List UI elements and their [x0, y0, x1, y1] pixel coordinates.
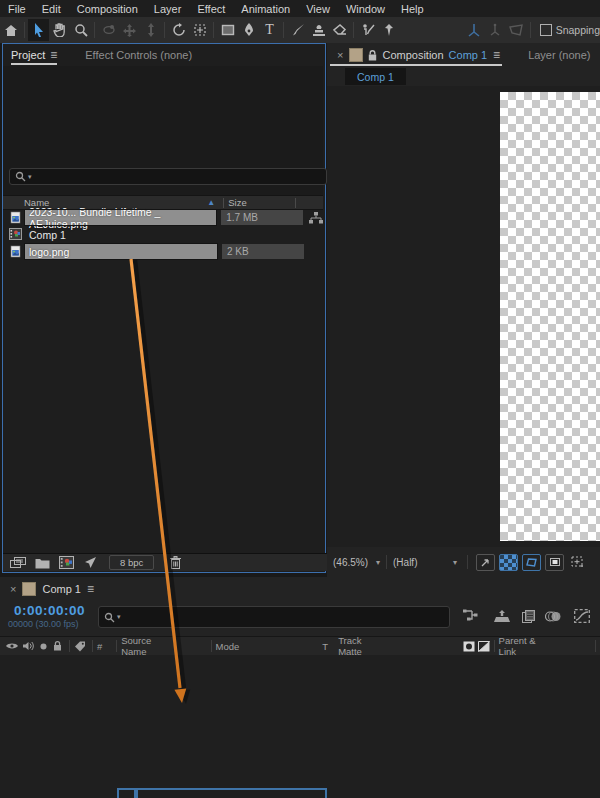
column-header-track-matte[interactable]: Track Matte	[338, 635, 386, 657]
column-header-t[interactable]: T	[322, 641, 328, 652]
close-icon[interactable]: ×	[10, 583, 16, 595]
project-item-row[interactable]: logo.png 2 KB	[3, 243, 323, 260]
tab-project[interactable]: Project ≡	[3, 44, 65, 65]
timeline-layer-area[interactable]	[0, 655, 600, 798]
transparency-grid-icon[interactable]	[499, 554, 518, 571]
column-header-parent-link[interactable]: Parent & Link	[499, 635, 553, 657]
brush-tool-icon[interactable]	[287, 19, 308, 41]
resolution-dropdown[interactable]: (Half) ▾	[387, 557, 463, 568]
close-icon[interactable]: ×	[337, 49, 343, 61]
eraser-tool-icon[interactable]	[329, 19, 350, 41]
snapping-checkbox[interactable]	[540, 24, 552, 36]
tab-layer[interactable]: Layer (none)	[528, 49, 590, 61]
tool-bar: T Snapping	[0, 17, 600, 43]
menu-view[interactable]: View	[298, 3, 338, 15]
current-time-display[interactable]: 0:00:00:00	[14, 603, 85, 618]
new-composition-icon[interactable]	[57, 555, 75, 570]
audio-icon[interactable]	[23, 641, 34, 651]
paper-plane-icon[interactable]	[81, 555, 99, 570]
menu-composition[interactable]: Composition	[69, 3, 146, 15]
frame-blend-icon[interactable]	[519, 606, 539, 626]
tab-composition-label[interactable]: Composition	[382, 49, 443, 61]
menu-effect[interactable]: Effect	[189, 3, 233, 15]
transparent-composition-area[interactable]	[500, 92, 600, 541]
pan-behind-tool-icon[interactable]	[189, 19, 210, 41]
project-item-row[interactable]: 2023-10... Bundle Lifetime _ AEJuice.png…	[3, 209, 323, 226]
trash-icon[interactable]	[166, 555, 184, 570]
menu-animation[interactable]: Animation	[233, 3, 298, 15]
composition-viewer[interactable]	[327, 86, 600, 547]
new-folder-icon[interactable]	[33, 555, 51, 570]
tab-effect-controls[interactable]: Effect Controls (none)	[77, 44, 200, 65]
puppet-pin-tool-icon[interactable]	[378, 19, 399, 41]
world-axis-mode-icon[interactable]	[485, 19, 506, 41]
rotation-tool-icon[interactable]	[168, 19, 189, 41]
pen-tool-icon[interactable]	[238, 19, 259, 41]
title-action-safe-icon[interactable]	[545, 554, 564, 571]
type-tool-icon[interactable]: T	[259, 19, 280, 41]
menu-layer[interactable]: Layer	[146, 3, 190, 15]
motion-blur-icon[interactable]	[543, 606, 563, 626]
search-dropdown-icon[interactable]: ▾	[28, 173, 32, 181]
dolly-camera-tool-icon[interactable]	[140, 19, 161, 41]
project-item-name[interactable]: Comp 1	[25, 227, 217, 242]
orbit-camera-tool-icon[interactable]	[98, 19, 119, 41]
timeline-search-input[interactable]: ▾	[98, 606, 450, 628]
project-item-row[interactable]: Comp 1	[3, 226, 323, 243]
selection-tool-icon[interactable]	[28, 19, 49, 41]
label-icon[interactable]	[74, 641, 86, 652]
transfer-controls-icon[interactable]	[463, 641, 475, 652]
comp-mini-flowchart-icon[interactable]	[460, 606, 480, 626]
region-of-interest-icon[interactable]	[568, 554, 587, 571]
panel-menu-icon[interactable]: ≡	[50, 48, 57, 62]
tab-composition-comp-name[interactable]: Comp 1	[449, 49, 488, 61]
roto-brush-tool-icon[interactable]	[357, 19, 378, 41]
timeline-tab-label[interactable]: Comp 1	[42, 583, 81, 595]
project-item-name[interactable]: 2023-10... Bundle Lifetime _ AEJuice.png	[25, 210, 216, 225]
timeline-tab-row: × Comp 1 ≡	[0, 579, 94, 598]
solo-icon[interactable]	[40, 643, 47, 650]
layer-switches-icon[interactable]	[478, 641, 490, 652]
menu-bar: File Edit Composition Layer Effect Anima…	[0, 0, 600, 17]
menu-window[interactable]: Window	[338, 3, 393, 15]
pan-camera-tool-icon[interactable]	[119, 19, 140, 41]
search-icon	[15, 171, 26, 182]
lock-icon[interactable]	[368, 50, 377, 61]
project-item-name[interactable]: logo.png	[25, 244, 217, 259]
column-header-number[interactable]: #	[97, 641, 102, 652]
local-axis-mode-icon[interactable]	[464, 19, 485, 41]
viewer-comp-tab[interactable]: Comp 1	[345, 68, 406, 85]
view-axis-mode-icon[interactable]	[506, 19, 527, 41]
video-visibility-icon[interactable]	[6, 642, 18, 650]
panel-menu-icon[interactable]: ≡	[493, 48, 500, 62]
menu-help[interactable]: Help	[393, 3, 432, 15]
comp-color-swatch[interactable]	[349, 48, 363, 62]
project-panel: Project ≡ Effect Controls (none) ▾ Name …	[2, 43, 326, 573]
hand-tool-icon[interactable]	[49, 19, 70, 41]
drop-target-checkbox[interactable]	[117, 788, 136, 798]
project-search-input[interactable]: ▾	[9, 168, 327, 185]
mask-visibility-icon[interactable]	[522, 554, 541, 571]
column-header-mode[interactable]: Mode	[216, 641, 240, 652]
drop-target-row[interactable]	[136, 788, 327, 798]
magnification-dropdown[interactable]: (46.5%) ▾	[327, 557, 386, 568]
column-header-size[interactable]: Size	[228, 197, 246, 208]
menu-edit[interactable]: Edit	[34, 3, 69, 15]
interpret-footage-icon[interactable]	[9, 555, 27, 570]
tab-project-label: Project	[11, 49, 45, 61]
comp-color-swatch[interactable]	[22, 582, 36, 596]
clone-stamp-tool-icon[interactable]	[308, 19, 329, 41]
draft-3d-icon[interactable]	[492, 606, 512, 626]
search-dropdown-icon[interactable]: ▾	[117, 613, 121, 621]
snapshot-icon[interactable]	[476, 554, 495, 571]
menu-file[interactable]: File	[0, 3, 34, 15]
panel-menu-icon[interactable]: ≡	[87, 582, 94, 596]
lock-icon[interactable]	[53, 641, 62, 651]
graph-editor-icon[interactable]	[572, 606, 592, 626]
column-header-source-name[interactable]: Source Name	[121, 635, 176, 657]
home-icon[interactable]	[0, 19, 21, 41]
zoom-tool-icon[interactable]	[70, 19, 91, 41]
project-preview-area	[3, 66, 323, 207]
color-depth-button[interactable]: 8 bpc	[109, 555, 154, 570]
rectangle-tool-icon[interactable]	[217, 19, 238, 41]
